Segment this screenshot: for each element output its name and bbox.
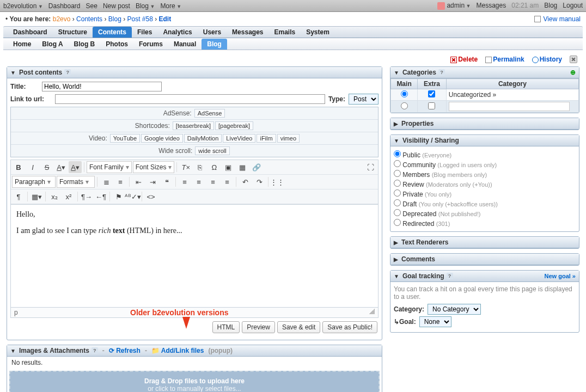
undo-icon[interactable]: ↶ [239, 176, 252, 188]
tab-structure[interactable]: Structure [53, 27, 93, 38]
refresh-link[interactable]: ⟳ Refresh [109, 347, 141, 354]
vis-draft[interactable]: Draft (You only (+backoffice users)) [394, 199, 576, 209]
history-button[interactable]: History [532, 56, 562, 63]
vis-private[interactable]: Private (You only) [394, 189, 576, 199]
subscript-icon[interactable]: x₂ [48, 191, 61, 203]
dropzone[interactable]: Drag & Drop files to upload here or clic… [9, 371, 380, 392]
tab-files[interactable]: Files [132, 27, 157, 38]
help-icon[interactable]: ? [447, 273, 453, 279]
comments-panel[interactable]: Comments [390, 253, 579, 266]
alignright-icon[interactable]: ≡ [206, 176, 219, 188]
pagebreak-icon[interactable]: ⎘ [193, 161, 206, 173]
video-button[interactable]: iFilm [257, 134, 276, 143]
video-button[interactable]: YouTube [110, 134, 140, 143]
vis-members[interactable]: Members (Blog members only) [394, 169, 576, 179]
top-bloglink[interactable]: Blog [544, 2, 557, 9]
vis-redirected[interactable]: Redirected (301) [394, 218, 576, 228]
video-button[interactable]: DailyMotion [184, 134, 222, 143]
clearfmt-icon[interactable]: T× [179, 161, 192, 173]
close-icon[interactable] [570, 56, 577, 63]
specialchar-icon[interactable]: Ω [207, 161, 221, 173]
fullscreen-icon[interactable]: ⛶ [364, 161, 377, 173]
morerow-icon[interactable]: ⋮⋮ [271, 176, 284, 188]
top-newpost[interactable]: New post [103, 2, 130, 10]
top-dashboard[interactable]: Dashboard [48, 2, 81, 10]
font-family-select[interactable]: Font Family [87, 161, 132, 173]
textcolor-icon[interactable]: A▾ [54, 161, 68, 173]
top-see[interactable]: See [86, 2, 97, 10]
cat-main-radio[interactable] [401, 90, 408, 97]
top-blog[interactable]: Blog [136, 2, 155, 10]
rtldir-icon[interactable]: ←¶ [94, 191, 107, 203]
html-button[interactable]: HTML [212, 321, 240, 333]
code-icon[interactable]: <> [144, 191, 157, 203]
indent-icon[interactable]: ⇥ [146, 176, 159, 188]
vis-public[interactable]: Public (Everyone) [394, 150, 576, 160]
editor-area[interactable]: Hello, I am glad to see I can type rich … [10, 204, 379, 308]
crumb-contents[interactable]: Contents [76, 15, 102, 23]
subtab-home[interactable]: Home [8, 39, 36, 50]
bgcolor-icon[interactable]: A▾ [69, 161, 82, 173]
video-button[interactable]: Google video [141, 134, 183, 143]
help-icon[interactable]: ? [64, 69, 71, 76]
vis-community[interactable]: Community (Logged in users only) [394, 160, 576, 169]
delete-button[interactable]: Delete [450, 56, 478, 63]
save-as-public--button[interactable]: Save as Public! [322, 321, 377, 333]
type-select[interactable]: Post [349, 94, 379, 105]
paragraph-select[interactable]: Paragraph [12, 176, 56, 188]
save-edit-button[interactable]: Save & edit [277, 321, 320, 333]
renderers-panel[interactable]: Text Renderers [390, 236, 579, 249]
help-icon[interactable]: ? [438, 69, 445, 76]
ltrdir-icon[interactable]: ¶→ [80, 191, 93, 203]
top-more[interactable]: More [160, 2, 181, 10]
top-messages[interactable]: Messages [477, 2, 506, 9]
bold-icon[interactable]: B [12, 161, 25, 173]
ltr-icon[interactable]: ¶ [12, 191, 25, 203]
font-size-select[interactable]: Font Sizes [133, 161, 175, 173]
cat-name[interactable]: Uncategorized » [446, 89, 578, 101]
tab-dashboard[interactable]: Dashboard [8, 27, 53, 38]
new-cat-input[interactable] [449, 102, 570, 111]
tab-messages[interactable]: Messages [227, 27, 268, 38]
cat-extra-check[interactable] [428, 90, 435, 97]
subtab-blog-a[interactable]: Blog A [36, 39, 68, 50]
superscript-icon[interactable]: x² [62, 191, 75, 203]
italic-icon[interactable]: I [26, 161, 39, 173]
resize-handle[interactable] [369, 309, 375, 314]
formats-select[interactable]: Formats [57, 176, 95, 188]
preview-button[interactable]: Preview [242, 321, 275, 333]
subtab-forums[interactable]: Forums [133, 39, 168, 50]
vis-review[interactable]: Review (Moderators only (+You)) [394, 179, 576, 189]
redo-icon[interactable]: ↷ [253, 176, 266, 188]
view-manual[interactable]: View manual [534, 15, 581, 23]
widescroll-button[interactable]: wide scroll [195, 146, 229, 155]
outdent-icon[interactable]: ⇤ [132, 176, 145, 188]
new-goal-link[interactable]: New goal » [545, 273, 576, 279]
goal-select[interactable]: None [419, 316, 451, 327]
anchor-icon[interactable]: ⚑ [112, 191, 125, 203]
user-menu[interactable]: admin [437, 2, 471, 10]
video-button[interactable]: LiveVideo [223, 134, 255, 143]
ul-icon[interactable]: ≣ [100, 176, 113, 188]
goal-category-select[interactable]: No Category [428, 304, 481, 315]
spellcheck-icon[interactable]: ᴬᴮ✓▾ [126, 191, 139, 203]
ol-icon[interactable]: ≡ [114, 176, 127, 188]
adsense-button[interactable]: AdSense [194, 109, 225, 118]
vis-deprecated[interactable]: Deprecated (Not published!) [394, 209, 576, 218]
tab-contents[interactable]: Contents [93, 27, 132, 38]
link-input[interactable] [55, 94, 325, 104]
blockquote-icon[interactable]: ❝ [160, 176, 173, 188]
permalink-button[interactable]: Permalink [485, 56, 524, 63]
video-button[interactable]: vimeo [277, 134, 300, 143]
shortcode-button[interactable]: [pagebreak] [215, 121, 253, 130]
tab-system[interactable]: System [301, 27, 335, 38]
tableextra-icon[interactable]: ▦▾ [30, 191, 43, 203]
tab-users[interactable]: Users [198, 27, 227, 38]
tab-emails[interactable]: Emails [268, 27, 301, 38]
alignleft-icon[interactable]: ≡ [178, 176, 191, 188]
shortcode-button[interactable]: [teaserbreak] [173, 121, 214, 130]
addlink-files[interactable]: 📁 Add/Link files [151, 347, 204, 354]
subtab-manual[interactable]: Manual [168, 39, 202, 50]
crumb-blog[interactable]: Blog [108, 15, 121, 23]
subtab-blog-b[interactable]: Blog B [69, 39, 101, 50]
